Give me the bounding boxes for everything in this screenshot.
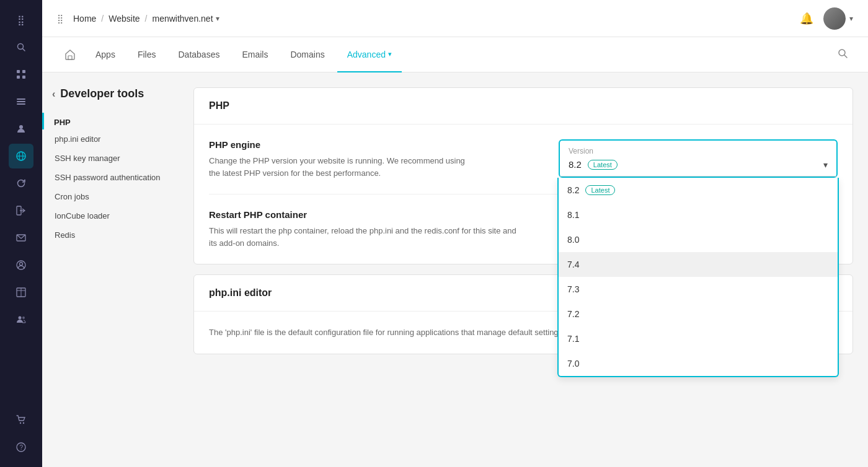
- nav-tabs: Apps Files Databases Emails Domains Adva…: [42, 37, 868, 72]
- topbar: ⣿ Home / Website / menwithven.net ▾ 🔔 ▾: [42, 0, 868, 37]
- dev-sidebar: ‹ Developer tools PHP php.ini editor SSH…: [42, 72, 179, 467]
- user-icon[interactable]: [9, 116, 33, 141]
- latest-badge: Latest: [588, 160, 618, 170]
- users-icon[interactable]: [9, 307, 33, 332]
- mail-icon[interactable]: [9, 225, 33, 250]
- svg-point-9: [19, 125, 23, 129]
- version-option-82[interactable]: 8.2 Latest: [559, 178, 838, 203]
- sidebar-item-ioncube[interactable]: IonCube loader: [42, 206, 179, 225]
- svg-point-21: [19, 316, 22, 320]
- breadcrumb-sep2: /: [145, 14, 148, 24]
- version-option-81[interactable]: 8.1: [559, 203, 838, 227]
- php-engine-body: PHP engine Change the PHP version your w…: [194, 124, 852, 194]
- version-dropdown-container: Version 8.2 Latest ▾: [559, 139, 838, 178]
- breadcrumb: Home / Website / menwithven.net ▾: [73, 14, 219, 24]
- dev-tools-title: Developer tools: [60, 87, 144, 100]
- svg-point-17: [20, 263, 23, 266]
- breadcrumb-home[interactable]: Home: [73, 14, 96, 24]
- version-option-70[interactable]: 7.0: [559, 351, 838, 376]
- sidebar: ⣿: [0, 0, 42, 467]
- dropdown-arrow-icon: ▾: [823, 160, 828, 170]
- version-dropdown-options: 8.2 Latest 8.1 8.0 7.4: [557, 178, 839, 377]
- sidebar-item-phpini[interactable]: php.ini editor: [42, 129, 179, 149]
- dev-sidebar-header: ‹ Developer tools: [42, 87, 179, 110]
- restart-description: This will restart the php container, rel…: [209, 225, 519, 249]
- topbar-right: 🔔 ▾: [800, 7, 853, 30]
- svg-point-22: [22, 316, 25, 319]
- breadcrumb-chevron-icon: ▾: [216, 14, 219, 23]
- php-section-header: PHP: [194, 88, 852, 124]
- svg-point-24: [23, 422, 24, 424]
- back-button[interactable]: ‹: [52, 89, 55, 100]
- svg-rect-8: [17, 103, 25, 105]
- help-icon[interactable]: ?: [9, 435, 33, 460]
- tab-files[interactable]: Files: [128, 38, 166, 72]
- notification-bell-icon[interactable]: 🔔: [800, 12, 813, 25]
- person-circle-icon[interactable]: [9, 253, 33, 277]
- advanced-chevron-icon: ▾: [388, 50, 392, 58]
- dev-sidebar-section-php: PHP php.ini editor SSH key manager SSH p…: [42, 110, 179, 247]
- nav-search-icon[interactable]: [832, 43, 853, 66]
- sidebar-item-cron[interactable]: Cron jobs: [42, 187, 179, 206]
- php-engine-text: PHP engine Change the PHP version your w…: [209, 139, 469, 179]
- home-tab-icon[interactable]: [57, 37, 83, 72]
- tab-apps[interactable]: Apps: [86, 38, 125, 72]
- cart-icon[interactable]: [9, 408, 33, 432]
- grid-icon[interactable]: ⣿: [9, 7, 33, 32]
- globe-icon[interactable]: [9, 144, 33, 168]
- version-label: Version: [560, 141, 836, 159]
- tab-databases[interactable]: Databases: [168, 38, 229, 72]
- breadcrumb-current-site[interactable]: menwithven.net ▾: [152, 14, 219, 24]
- tab-emails[interactable]: Emails: [232, 38, 278, 72]
- breadcrumb-website[interactable]: Website: [108, 14, 140, 24]
- svg-rect-2: [17, 70, 20, 73]
- version-option-73[interactable]: 7.3: [559, 277, 838, 302]
- version-value: 8.2 Latest: [569, 159, 823, 170]
- php-engine-title: PHP engine: [209, 139, 469, 150]
- svg-rect-5: [22, 76, 25, 79]
- tab-domains[interactable]: Domains: [280, 38, 334, 72]
- php-engine-row: PHP engine Change the PHP version your w…: [209, 139, 838, 179]
- search-icon[interactable]: [9, 35, 33, 59]
- tab-advanced[interactable]: Advanced ▾: [337, 38, 402, 72]
- apps-grid-icon[interactable]: [9, 62, 33, 87]
- avatar-chevron-icon[interactable]: ▾: [849, 14, 853, 23]
- sidebar-item-redis[interactable]: Redis: [42, 225, 179, 245]
- svg-rect-6: [17, 98, 25, 100]
- login-icon[interactable]: [9, 198, 33, 223]
- version-option-72[interactable]: 7.2: [559, 302, 838, 326]
- refresh-icon[interactable]: [9, 171, 33, 196]
- svg-point-23: [20, 422, 21, 424]
- sidebar-item-ssh-password[interactable]: SSH password authentication: [42, 168, 179, 187]
- avatar[interactable]: [823, 7, 846, 30]
- table-icon[interactable]: [9, 280, 33, 305]
- main-area: ⣿ Home / Website / menwithven.net ▾ 🔔 ▾: [42, 0, 868, 467]
- restart-title: Restart PHP container: [209, 209, 519, 220]
- version-option-80[interactable]: 8.0: [559, 227, 838, 252]
- svg-rect-4: [17, 76, 20, 79]
- breadcrumb-sep1: /: [101, 14, 104, 24]
- content-area: ‹ Developer tools PHP php.ini editor SSH…: [42, 72, 868, 467]
- svg-rect-7: [17, 101, 25, 102]
- svg-text:?: ?: [20, 444, 24, 451]
- list-icon[interactable]: [9, 89, 33, 114]
- version-select-row[interactable]: 8.2 Latest ▾: [560, 159, 836, 177]
- main-content: PHP PHP engine Change the PHP version yo…: [179, 72, 868, 467]
- option-82-badge: Latest: [585, 185, 615, 195]
- restart-text: Restart PHP container This will restart …: [209, 209, 519, 249]
- svg-line-1: [23, 49, 25, 51]
- selected-version-text: 8.2: [569, 159, 582, 170]
- svg-line-29: [844, 55, 847, 58]
- topbar-grid-icon[interactable]: ⣿: [57, 14, 63, 24]
- php-section-label[interactable]: PHP: [42, 113, 179, 129]
- svg-rect-3: [22, 70, 25, 73]
- sidebar-item-ssh-key[interactable]: SSH key manager: [42, 149, 179, 168]
- version-option-71[interactable]: 7.1: [559, 326, 838, 351]
- php-section-card: PHP PHP engine Change the PHP version yo…: [193, 87, 853, 264]
- php-engine-description: Change the PHP version your website is r…: [209, 155, 469, 179]
- version-box: Version 8.2 Latest ▾: [559, 139, 838, 178]
- version-option-74[interactable]: 7.4: [559, 252, 838, 277]
